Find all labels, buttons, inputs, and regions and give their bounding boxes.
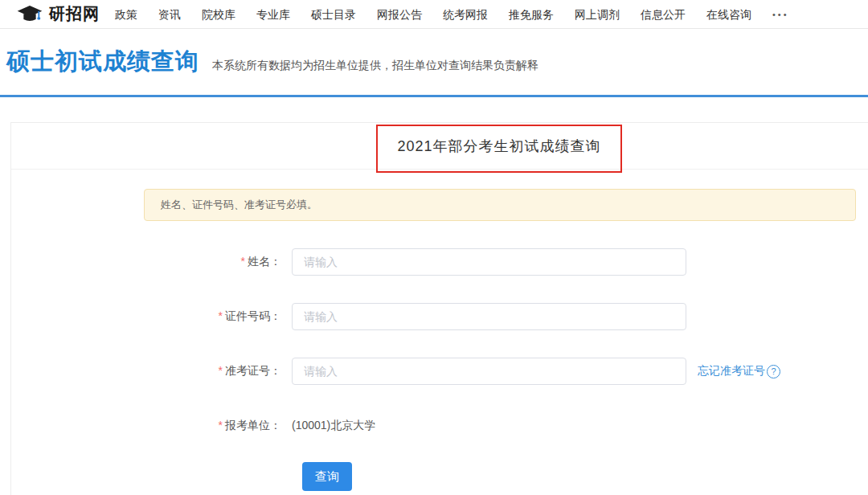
form-row-admission-ticket: *准考证号： 忘记准考证号? bbox=[11, 358, 868, 385]
page-header: 硕士初试成绩查询 本系统所有数据均为招生单位提供，招生单位对查询结果负责解释 bbox=[6, 46, 538, 78]
score-query-page: 研招网 政策 资讯 院校库 专业库 硕士目录 网报公告 统考网报 推免服务 网上… bbox=[0, 0, 868, 495]
id-number-input[interactable] bbox=[292, 303, 686, 330]
nav-item-policy[interactable]: 政策 bbox=[104, 0, 148, 29]
nav-item-college-library[interactable]: 院校库 bbox=[191, 0, 246, 29]
required-mark: * bbox=[219, 364, 223, 377]
site-logo[interactable]: 研招网 bbox=[16, 3, 100, 25]
card-title: 2021年部分考生初试成绩查询 bbox=[397, 137, 600, 156]
admission-ticket-input[interactable] bbox=[292, 358, 686, 385]
nav-item-master-catalog[interactable]: 硕士目录 bbox=[301, 0, 366, 29]
query-form: *姓名： *证件号码： *准考证号： 忘记准考证号? *报考单位： (10001… bbox=[11, 248, 868, 491]
required-mark: * bbox=[241, 255, 245, 268]
header-divider bbox=[0, 95, 868, 97]
card-header: 2021年部分考生初试成绩查询 bbox=[11, 123, 868, 170]
target-institution-value: (10001)北京大学 bbox=[292, 419, 375, 433]
query-button[interactable]: 查询 bbox=[302, 462, 352, 491]
required-mark: * bbox=[219, 419, 223, 432]
form-row-target-institution: *报考单位： (10001)北京大学 bbox=[11, 412, 868, 440]
form-row-name: *姓名： bbox=[11, 248, 868, 276]
required-mark: * bbox=[219, 309, 223, 322]
forgot-ticket-link[interactable]: 忘记准考证号? bbox=[698, 364, 780, 378]
nav-item-online-adjustment[interactable]: 网上调剂 bbox=[564, 0, 630, 29]
id-number-label: *证件号码： bbox=[11, 309, 292, 324]
question-circle-icon: ? bbox=[767, 365, 780, 378]
nav-item-unified-exam-report[interactable]: 统考网报 bbox=[432, 0, 498, 29]
nav-item-major-library[interactable]: 专业库 bbox=[246, 0, 301, 29]
required-fields-notice: 姓名、证件号码、准考证号必填。 bbox=[144, 189, 856, 221]
logo-text: 研招网 bbox=[49, 3, 100, 25]
submit-row: 查询 bbox=[11, 462, 868, 491]
target-institution-label: *报考单位： bbox=[11, 419, 292, 433]
nav-item-online-report-notice[interactable]: 网报公告 bbox=[366, 0, 432, 29]
nav-menu: 政策 资讯 院校库 专业库 硕士目录 网报公告 统考网报 推免服务 网上调剂 信… bbox=[104, 0, 800, 29]
nav-more-ellipsis-icon[interactable]: ••• bbox=[762, 0, 800, 29]
top-navigation: 研招网 政策 资讯 院校库 专业库 硕士目录 网报公告 统考网报 推免服务 网上… bbox=[0, 0, 868, 29]
form-row-id-number: *证件号码： bbox=[11, 303, 868, 330]
nav-item-exempt-service[interactable]: 推免服务 bbox=[498, 0, 564, 29]
admission-ticket-label: *准考证号： bbox=[11, 364, 292, 378]
graduation-cap-icon bbox=[16, 4, 43, 25]
nav-item-news[interactable]: 资讯 bbox=[148, 0, 191, 29]
nav-item-info-disclosure[interactable]: 信息公开 bbox=[630, 0, 696, 29]
page-title: 硕士初试成绩查询 bbox=[6, 46, 199, 78]
name-input[interactable] bbox=[292, 248, 686, 276]
name-label: *姓名： bbox=[11, 255, 292, 269]
nav-item-online-consult[interactable]: 在线咨询 bbox=[696, 0, 762, 29]
page-subtitle: 本系统所有数据均为招生单位提供，招生单位对查询结果负责解释 bbox=[212, 59, 538, 73]
query-card: 2021年部分考生初试成绩查询 姓名、证件号码、准考证号必填。 *姓名： *证件… bbox=[10, 122, 868, 495]
